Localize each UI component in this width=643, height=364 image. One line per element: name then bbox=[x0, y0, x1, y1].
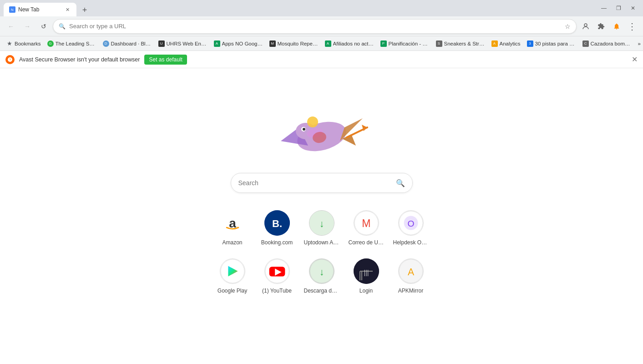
bookmark-sneakers[interactable]: S Sneakers & Streetw... bbox=[433, 39, 488, 48]
bookmark-planificacion[interactable]: P Planificación - Hoja... bbox=[378, 39, 432, 48]
descarga-icon: ↓ bbox=[309, 258, 334, 284]
helpdesk-icon: O bbox=[398, 210, 424, 236]
extensions-button[interactable] bbox=[594, 19, 608, 34]
notification-bar: Avast Secure Browser isn't your default … bbox=[0, 51, 643, 68]
speed-dial-youtube[interactable]: (1) YouTube bbox=[257, 256, 298, 297]
youtube-label: (1) YouTube bbox=[259, 288, 295, 294]
window-controls: — ❐ ✕ bbox=[597, 2, 639, 15]
bookmark-label-4: Mosquito Repellent... bbox=[278, 41, 319, 46]
svg-point-9 bbox=[307, 116, 318, 127]
svg-text:|||: ||| bbox=[364, 269, 369, 276]
bookmark-cazadora[interactable]: C Cazadora bomber b... bbox=[580, 39, 634, 48]
back-button[interactable]: ← bbox=[4, 19, 18, 34]
bookmarks-star-icon: ★ bbox=[6, 40, 13, 47]
bookmarks-bar: ★ Bookmarks G The Leading Source... D Da… bbox=[0, 36, 643, 51]
speed-dial-googleplay[interactable]: Google Play bbox=[212, 256, 253, 297]
bookmark-label-7: Sneakers & Streetw... bbox=[444, 41, 485, 46]
svg-text:A: A bbox=[407, 267, 414, 277]
tab-close-btn[interactable]: ✕ bbox=[64, 6, 71, 13]
bookmark-afiliados[interactable]: A Afiliados no actuali... bbox=[322, 39, 377, 48]
gmail-icon: M bbox=[354, 210, 379, 236]
reload-button[interactable]: ↺ bbox=[36, 19, 51, 34]
bookmarks-label: Bookmarks bbox=[15, 41, 41, 46]
bookmark-dashboard[interactable]: D Dashboard · Blog U... bbox=[100, 39, 155, 48]
speed-dial-helpdesk[interactable]: O Helpdesk Ove... bbox=[390, 207, 431, 248]
new-tab-button[interactable]: + bbox=[78, 4, 91, 16]
search-submit-icon[interactable]: 🔍 bbox=[396, 179, 405, 187]
speed-dial-gmail[interactable]: M Correo de Upt... bbox=[346, 207, 387, 248]
avast-icon bbox=[5, 55, 15, 64]
navigation-bar: ← → ↺ 🔍 ☆ ⋮ bbox=[0, 16, 643, 36]
bookmark-favicon-9: 3 bbox=[527, 40, 533, 47]
bookmarks-more-button[interactable]: » bbox=[635, 40, 643, 48]
googleplay-label: Google Play bbox=[215, 288, 250, 294]
bookmark-favicon-8: A bbox=[491, 40, 498, 47]
bookmark-favicon-1: D bbox=[103, 40, 109, 47]
active-tab[interactable]: N New Tab ✕ bbox=[4, 3, 76, 16]
gmail-label: Correo de Upt... bbox=[349, 239, 384, 246]
address-input[interactable] bbox=[69, 23, 561, 30]
address-bar[interactable]: 🔍 ☆ bbox=[53, 19, 577, 34]
address-bar-actions: ☆ bbox=[565, 23, 571, 30]
mascot-illustration bbox=[272, 105, 372, 164]
speed-dial-uptodown[interactable]: ↓ Uptodown Ad... bbox=[301, 207, 342, 248]
svg-point-8 bbox=[303, 128, 305, 131]
bookmark-mosquito[interactable]: M Mosquito Repellent... bbox=[267, 39, 321, 48]
bookmark-apps-noogle[interactable]: A Apps NO Google Pl... bbox=[211, 39, 266, 48]
helpdesk-label: Helpdesk Ove... bbox=[393, 239, 429, 246]
bookmark-label-3: Apps NO Google Pl... bbox=[222, 41, 263, 46]
search-input[interactable] bbox=[238, 179, 392, 187]
svg-text:↓: ↓ bbox=[319, 267, 324, 277]
tab-title: New Tab bbox=[18, 6, 61, 13]
speed-dial-row-2: Google Play (1) YouTube ↓ bbox=[212, 256, 431, 297]
menu-button[interactable]: ⋮ bbox=[625, 19, 639, 34]
bookmark-30pistas[interactable]: 3 30 pistas para 30 es... bbox=[524, 39, 579, 48]
speed-dial-booking[interactable]: B. Booking.com bbox=[257, 207, 298, 248]
svg-text:O: O bbox=[407, 219, 414, 228]
set-default-button[interactable]: Set as default bbox=[144, 55, 187, 65]
tab-group: N New Tab ✕ + bbox=[4, 0, 91, 16]
bookmark-favicon-5: A bbox=[325, 40, 331, 47]
bookmark-label-6: Planificación - Hoja... bbox=[389, 41, 430, 46]
bookmark-favicon-6: P bbox=[380, 40, 387, 47]
login-label: Login bbox=[349, 288, 384, 294]
bookmark-favicon-7: S bbox=[436, 40, 442, 47]
bookmark-label-2: UHRS Web Entry: L... bbox=[167, 41, 208, 46]
minimize-button[interactable]: — bbox=[597, 2, 610, 15]
bookmark-label-9: 30 pistas para 30 es... bbox=[535, 41, 576, 46]
close-button[interactable]: ✕ bbox=[627, 2, 639, 15]
amazon-label: Amazon bbox=[215, 239, 250, 246]
restore-button[interactable]: ❐ bbox=[612, 2, 625, 15]
descarga-label: Descarga de A... bbox=[304, 288, 339, 294]
profile-button[interactable] bbox=[578, 19, 593, 34]
speed-dial-apkmirror[interactable]: A APKMirror bbox=[390, 256, 431, 297]
login-icon: ||| bbox=[354, 258, 379, 284]
forward-button[interactable]: → bbox=[20, 19, 35, 34]
speed-dial-amazon[interactable]: a Amazon bbox=[212, 207, 253, 248]
uptodown-icon: ↓ bbox=[309, 210, 334, 236]
search-bar[interactable]: 🔍 bbox=[231, 173, 413, 193]
bookmark-label-8: Analytics bbox=[500, 41, 521, 46]
speed-dial-descarga[interactable]: ↓ Descarga de A... bbox=[301, 256, 342, 297]
svg-point-0 bbox=[584, 24, 587, 26]
bookmark-favicon-0: G bbox=[47, 40, 54, 47]
notifications-button[interactable] bbox=[609, 19, 624, 34]
youtube-icon bbox=[264, 258, 290, 284]
speed-dial-login[interactable]: ||| Login bbox=[346, 256, 387, 297]
bookmark-leading-source[interactable]: G The Leading Source... bbox=[45, 39, 99, 48]
speed-dial: a Amazon B. Booking.com bbox=[212, 207, 431, 297]
amazon-icon: a bbox=[220, 210, 245, 236]
bookmark-star-icon[interactable]: ☆ bbox=[565, 23, 571, 30]
booking-label: Booking.com bbox=[259, 239, 295, 246]
notification-close-button[interactable]: ✕ bbox=[632, 55, 638, 64]
tab-favicon: N bbox=[9, 6, 15, 13]
svg-text:↓: ↓ bbox=[319, 218, 324, 229]
bookmark-favicon-3: A bbox=[214, 40, 220, 47]
googleplay-icon bbox=[220, 258, 245, 284]
bookmark-analytics[interactable]: A Analytics bbox=[489, 39, 523, 48]
search-container: 🔍 bbox=[231, 173, 413, 193]
bookmark-uhrs[interactable]: U UHRS Web Entry: L... bbox=[156, 39, 210, 48]
svg-text:B.: B. bbox=[272, 218, 282, 229]
speed-dial-row-1: a Amazon B. Booking.com bbox=[212, 207, 431, 248]
bookmarks-folder[interactable]: ★ Bookmarks bbox=[4, 39, 44, 48]
